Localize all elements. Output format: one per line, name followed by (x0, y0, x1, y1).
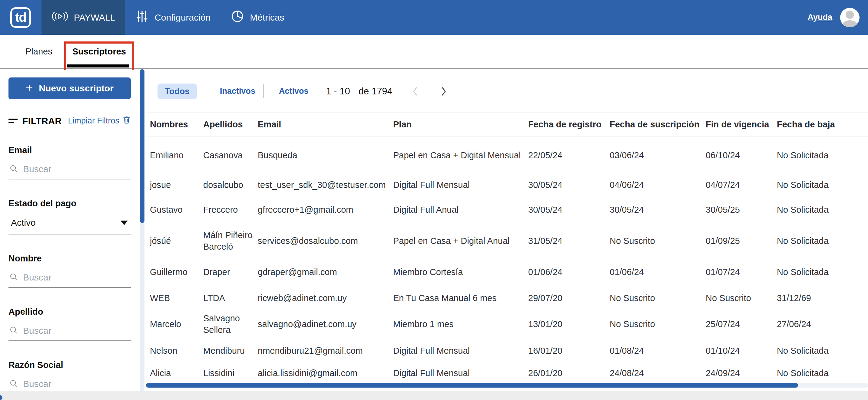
cell-fecha-baja: No Solicitada (777, 235, 868, 246)
avatar-head-shape (846, 10, 854, 19)
brand-text: td (15, 10, 26, 25)
cell-apellidos: Lissidini (203, 367, 258, 379)
tab-planes[interactable]: Planes (26, 46, 52, 57)
cell-email: alicia.lissidini@gmail.com (258, 367, 393, 379)
search-icon (9, 326, 18, 336)
filter-todos[interactable]: Todos (157, 84, 197, 99)
table-row[interactable]: josue dosalcubo test_user_sdk_30@testuse… (146, 174, 868, 196)
cell-apellidos: Máín Piñeiro Barceló (203, 229, 258, 252)
annotation-highlight-box (64, 41, 134, 73)
brand-logo[interactable]: td (10, 7, 31, 28)
cell-fecha-registro: 01/06/24 (528, 266, 610, 278)
cell-plan: En Tu Casa Manual 6 mes (393, 292, 528, 304)
lastname-search-field (8, 324, 131, 341)
user-avatar[interactable] (840, 8, 860, 27)
search-icon (9, 272, 18, 282)
table-row[interactable]: Marcelo Salvagno Sellera salvagno@adinet… (146, 310, 868, 338)
filter-inactivos[interactable]: Inactivos (220, 87, 255, 96)
sliders-icon (135, 9, 149, 25)
cell-apellidos: Mendiburu (203, 345, 258, 357)
vertical-scrollbar-thumb[interactable] (140, 69, 145, 223)
table-row[interactable]: Alicia Lissidini alicia.lissidini@gmail.… (146, 363, 868, 383)
filter-activos[interactable]: Activos (279, 87, 309, 96)
cell-fecha-registro: 16/01/20 (528, 345, 610, 357)
table-row[interactable]: Gustavo Freccero gfreccero+1@gmail.com D… (146, 196, 868, 223)
cell-fecha-baja: No Solicitada (777, 204, 868, 215)
cell-fecha-registro: 26/01/20 (528, 367, 610, 379)
cell-fin-vigencia: 06/10/24 (706, 149, 777, 161)
cell-apellidos: Draper (203, 266, 258, 278)
cell-email: test_user_sdk_30@testuser.com (258, 179, 393, 191)
clear-filters-link[interactable]: Limpiar Filtros (68, 115, 131, 126)
cell-fecha-suscripcion: 30/05/24 (610, 204, 706, 215)
cell-fecha-baja: 27/06/24 (777, 318, 868, 330)
bottom-gutter (0, 391, 868, 400)
table-row[interactable]: Guillermo Draper gdraper@gmail.com Miemb… (146, 258, 868, 286)
cell-nombres: Alicia (150, 367, 203, 379)
table-row[interactable]: Emiliano Casanova Busqueda Papel en Casa… (146, 136, 868, 174)
company-search-input[interactable] (23, 378, 130, 390)
cell-nombres: Marcelo (150, 318, 203, 330)
email-search-input[interactable] (23, 164, 130, 175)
cell-fin-vigencia: 01/10/24 (706, 345, 777, 357)
payment-status-select[interactable]: Activo (8, 216, 131, 234)
cell-nombres: Gustavo (150, 204, 203, 215)
cell-nombres: Nelson (150, 345, 203, 357)
cell-fecha-suscripcion: No Suscrito (610, 292, 706, 304)
cell-email: services@dosalcubo.com (258, 235, 393, 246)
cell-email: salvagno@adinet.com.uy (258, 318, 393, 330)
cell-fecha-baja: 31/12/69 (777, 292, 868, 304)
cell-plan: Papel en Casa + Digital Anual (393, 235, 528, 246)
lastname-search-input[interactable] (23, 325, 130, 336)
chevron-down-icon (121, 221, 128, 225)
cell-apellidos: LTDA (203, 292, 258, 304)
cell-fecha-suscripcion: 01/06/24 (610, 266, 706, 278)
column-header-fecha-registro: Fecha de registro (528, 120, 610, 130)
search-icon (9, 379, 18, 389)
cell-fecha-suscripcion: 03/06/24 (610, 149, 706, 161)
cell-fecha-baja: No Solicitada (777, 345, 868, 357)
app-screen: td PAYWALL Configur (0, 0, 868, 400)
cell-nombres: WEB (150, 292, 203, 304)
cell-fin-vigencia: 24/09/24 (706, 367, 777, 379)
name-search-input[interactable] (23, 272, 130, 283)
cell-apellidos: Casanova (203, 149, 258, 161)
nav-item-paywall[interactable]: PAYWALL (41, 0, 125, 35)
horizontal-scrollbar-thumb[interactable] (146, 383, 798, 388)
help-link[interactable]: Ayuda (807, 13, 832, 22)
column-header-plan: Plan (393, 120, 528, 130)
cell-email: gfreccero+1@gmail.com (258, 204, 393, 215)
filter-header-row: FILTRAR Limpiar Filtros (8, 115, 131, 126)
cell-fin-vigencia: 04/07/24 (706, 179, 777, 191)
trash-icon (122, 115, 131, 126)
cell-fecha-registro: 13/01/20 (528, 318, 610, 330)
cell-fecha-registro: 22/05/24 (528, 149, 610, 161)
previous-page-button[interactable] (411, 86, 419, 97)
cell-email: Busqueda (258, 149, 393, 161)
cell-apellidos: Salvagno Sellera (203, 312, 258, 336)
broadcast-icon (52, 10, 68, 25)
cell-email: gdraper@gmail.com (258, 266, 393, 278)
column-header-apellidos: Apellidos (203, 120, 258, 130)
table-row[interactable]: Nelson Mendiburu nmendiburu21@gmail.com … (146, 338, 868, 363)
table-row[interactable]: WEB LTDA ricweb@adinet.com.uy En Tu Casa… (146, 286, 868, 310)
cell-fecha-registro: 30/05/24 (528, 204, 610, 215)
nav-item-label: PAYWALL (74, 12, 115, 23)
nav-item-configuracion[interactable]: Configuración (125, 0, 220, 35)
new-subscriber-button[interactable]: + Nuevo suscriptor (8, 77, 131, 99)
cell-fecha-registro: 31/05/24 (528, 235, 610, 246)
table-row[interactable]: jósúé Máín Piñeiro Barceló services@dosa… (146, 223, 868, 258)
cell-nombres: Guillermo (150, 266, 203, 278)
table-header-row: Nombres Apellidos Email Plan Fecha de re… (146, 113, 868, 136)
email-search-field (8, 163, 131, 179)
cell-fecha-baja: No Solicitada (777, 266, 868, 278)
cell-plan: Digital Full Mensual (393, 367, 528, 379)
nav-item-metricas[interactable]: Métricas (220, 0, 294, 35)
next-page-button[interactable] (440, 86, 447, 97)
cell-fecha-suscripcion: 04/06/24 (610, 179, 706, 191)
cell-fin-vigencia: 01/07/24 (706, 266, 777, 278)
name-search-field (8, 271, 131, 288)
nav-right: Ayuda (807, 8, 868, 27)
pagination-range: 1 - 10 (326, 86, 350, 97)
search-icon (9, 164, 18, 174)
